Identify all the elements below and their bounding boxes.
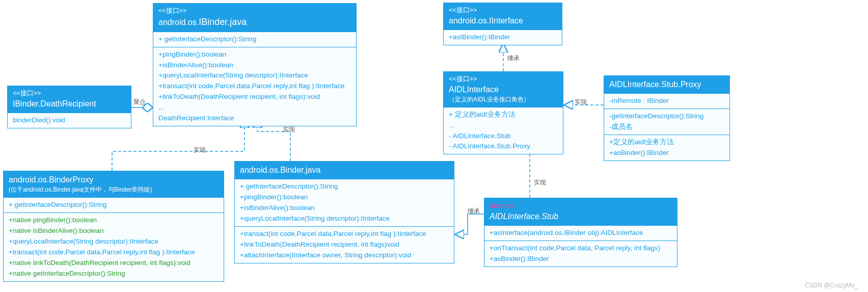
- method: +native isBinderAlive():boolean: [9, 226, 219, 236]
- members-block-1: + getInterfaceDescriptor():String: [153, 32, 356, 47]
- watermark: CSDN @CrazyMo_: [805, 282, 858, 289]
- method: +queryLocalInterface(String descriptor):…: [158, 70, 351, 81]
- members-block-3: +定义的aidl业务方法 +asBinder():IBinder: [604, 135, 729, 161]
- stereotype: <<接口>>: [449, 75, 558, 84]
- label-inherit: 继承: [507, 54, 520, 63]
- members-block-2: -getInterfaceDescriptor():String -成员名: [604, 109, 729, 135]
- class-aidl-stub: abstract AIDLInterface.Stub +asInterface…: [484, 198, 677, 267]
- method: +transact(int code,Parcel data,Parcel re…: [158, 81, 351, 92]
- method: + getInterfaceDescriptor():String: [9, 200, 219, 210]
- class-title: android.os.Binder.java: [240, 165, 449, 176]
- method: +isBinderAlive():boolean: [240, 203, 449, 214]
- members-block-1: +asInterface(android.os.IBinder obj):AID…: [484, 225, 677, 241]
- label-inherit: 继承: [468, 207, 480, 216]
- method: +asIBinder():IBinder: [444, 30, 562, 45]
- class-binder: android.os.Binder.java + getInterfaceDes…: [234, 161, 454, 263]
- class-binder-proxy: android.os.BinderProxy (位于android.os.Bin…: [3, 171, 224, 282]
- label-realize: 实现: [575, 98, 587, 107]
- label-aggregation: 聚合: [133, 98, 146, 107]
- method: -getInterfaceDescriptor():String: [609, 111, 724, 122]
- method: - AIDLInterface.Stub: [449, 131, 558, 142]
- method: ...: [449, 120, 558, 131]
- method: +transact(int code,Parcel data,Parcel re…: [240, 229, 449, 240]
- class-title: AIDLInterface.Stub: [490, 211, 672, 222]
- method: +native linkToDeath(DeathRecipient recip…: [9, 258, 219, 269]
- label-realize: 实现: [194, 146, 206, 154]
- class-title: IBinder.DeathRecipient: [13, 98, 126, 110]
- class-header: <<接口>> android.os.IBinder.java: [153, 4, 356, 32]
- members-block: + 定义的aidl业务方法 ... - AIDLInterface.Stub -…: [444, 107, 563, 154]
- abstract-keyword: abstract: [490, 201, 672, 211]
- class-subtitle: （定义的AIDL业务接口角色）: [449, 95, 558, 104]
- method: + getInterfaceDescriptor():String: [158, 34, 351, 45]
- method: +attachInterface(IInterface owner, Strin…: [240, 250, 449, 261]
- method: +定义的aidl业务方法: [609, 137, 724, 148]
- method: + 定义的aidl业务方法: [449, 110, 558, 120]
- members-block-1: + getInterfaceDescriptor():String: [4, 197, 224, 213]
- method: +queryLocalInterface(String descriptor):…: [9, 236, 219, 247]
- method: +linkToDeath(DeathRecipient recipient, i…: [158, 92, 351, 102]
- field: -mRemote : IBinder: [609, 96, 724, 107]
- class-subtitle: (位于android.os.Binder.java文件中，与Binder类同级): [9, 185, 219, 194]
- method: +isBinderAlive():boolean: [158, 60, 351, 71]
- class-header: <<接口>> IBinder.DeathRecipient: [8, 86, 131, 113]
- class-aidl-interface: <<接口>> AIDLInterface （定义的AIDL业务接口角色） + 定…: [443, 71, 563, 154]
- method: +asBinder():IBinder: [490, 254, 672, 264]
- members-block-2: +pingBinder():boolean +isBinderAlive():b…: [153, 47, 356, 126]
- stereotype: <<接口>>: [158, 7, 351, 16]
- class-header: <<接口>> AIDLInterface （定义的AIDL业务接口角色）: [444, 72, 563, 107]
- method: +onTransact(int code,Parcel data, Parcel…: [490, 243, 672, 254]
- class-header: android.os.Binder.java: [235, 162, 454, 179]
- method: + getInterfaceDescriptor():String: [240, 181, 449, 192]
- class-title: android.os.IInterface: [449, 15, 557, 26]
- stereotype: <<接口>>: [449, 6, 557, 15]
- method: +transact(int code,Parcel data,Parcel re…: [9, 247, 219, 258]
- method: +asInterface(android.os.IBinder obj):AID…: [490, 228, 672, 238]
- method: binderDied():void: [8, 113, 131, 128]
- method: +queryLocalInterface(String descriptor):…: [240, 214, 449, 224]
- class-title: AIDLInterface: [449, 84, 558, 95]
- method: +asBinder():IBinder: [609, 148, 724, 158]
- method: +native getInterfaceDescriptor():String: [9, 269, 219, 279]
- method: DeathRecipient:Interface: [158, 113, 351, 124]
- class-aidl-proxy: AIDLInterface.Stub.Proxy -mRemote : IBin…: [604, 75, 730, 161]
- class-ibinder: <<接口>> android.os.IBinder.java + getInte…: [153, 3, 357, 126]
- members-block-1: + getInterfaceDescriptor():String +pingB…: [235, 179, 454, 226]
- class-header: <<接口>> android.os.IInterface: [444, 3, 562, 30]
- field: -成员名: [609, 122, 724, 132]
- class-header: AIDLInterface.Stub.Proxy: [604, 76, 729, 93]
- members-block-2: +native pingBinder():boolean +native isB…: [4, 213, 224, 281]
- members-block-1: -mRemote : IBinder: [604, 93, 729, 109]
- class-title: android.os.IBinder.java: [158, 16, 351, 29]
- label-realize: 实现: [534, 178, 546, 187]
- label-realize: 实现: [283, 125, 295, 134]
- method: - AIDLInterface.Stub.Proxy: [449, 141, 558, 152]
- method: +linkToDeath(DeathRecipient recipient, i…: [240, 240, 449, 250]
- class-death-recipient: <<接口>> IBinder.DeathRecipient binderDied…: [7, 86, 131, 128]
- class-iinterface: <<接口>> android.os.IInterface +asIBinder(…: [443, 3, 562, 45]
- method: ...: [158, 102, 351, 113]
- class-title: AIDLInterface.Stub.Proxy: [609, 79, 724, 90]
- class-title: android.os.BinderProxy: [9, 174, 219, 185]
- members-block-2: +onTransact(int code,Parcel data, Parcel…: [484, 241, 677, 267]
- members-block-2: +transact(int code,Parcel data,Parcel re…: [235, 226, 454, 263]
- method: +native pingBinder():boolean: [9, 215, 219, 226]
- class-header: abstract AIDLInterface.Stub: [484, 198, 677, 225]
- stereotype: <<接口>>: [13, 89, 126, 98]
- method: +pingBinder():boolean: [158, 49, 351, 60]
- method: +pingBinder():boolean: [240, 192, 449, 203]
- class-header: android.os.BinderProxy (位于android.os.Bin…: [4, 171, 224, 197]
